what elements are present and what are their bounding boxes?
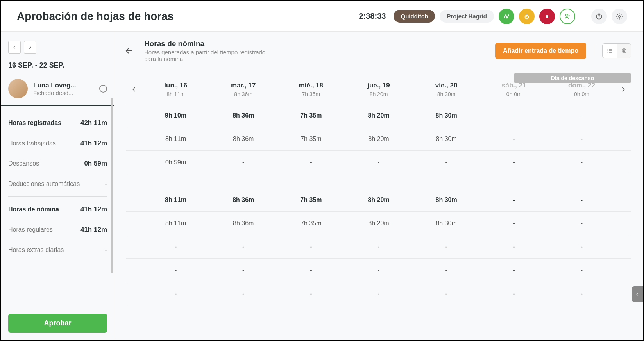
data-cell: -	[413, 159, 480, 166]
day-header: mié., 187h 35m	[277, 82, 345, 97]
summary-row: Deducciones automáticas-	[8, 174, 107, 194]
next-week-button[interactable]	[24, 41, 36, 54]
data-cell: -	[277, 267, 345, 274]
data-row: 0h 59m------	[126, 151, 631, 174]
settings-icon[interactable]	[612, 9, 627, 24]
prev-week-button[interactable]	[8, 41, 21, 54]
summary-label: Deducciones automáticas	[8, 180, 80, 187]
day-total: 8h 11m	[142, 91, 209, 97]
stop-icon[interactable]	[539, 9, 555, 24]
data-row: -------	[126, 259, 631, 282]
data-cell: -	[480, 136, 548, 143]
data-cell: 8h 36m	[209, 220, 277, 227]
day-total: 8h 30m	[413, 91, 480, 97]
data-cell: -	[277, 159, 345, 166]
data-cell: -	[548, 267, 615, 274]
svg-rect-1	[546, 15, 548, 18]
view-money-icon[interactable]	[617, 44, 631, 58]
day-header: vie., 208h 30m	[413, 82, 480, 97]
data-cell: 8h 20m	[345, 112, 412, 119]
summary-value: 0h 59m	[84, 160, 107, 168]
divider	[8, 196, 107, 197]
project-tag-2[interactable]: Project Hagrid	[440, 10, 494, 23]
user-card[interactable]: Luna Loveg... Fichado desd...	[1, 75, 114, 106]
scroll-right-icon[interactable]	[615, 86, 631, 93]
project-tag-1[interactable]: Quidditch	[394, 10, 435, 23]
summary-label: Horas de nómina	[8, 206, 59, 213]
data-cell: -	[480, 243, 548, 250]
data-row: -------	[126, 282, 631, 305]
user-status: Fichado desd...	[33, 89, 94, 96]
route-icon[interactable]	[499, 9, 514, 24]
data-cell: -	[548, 136, 615, 143]
help-icon[interactable]	[591, 9, 607, 24]
avatar	[8, 79, 28, 98]
section-title: Horas de nómina	[144, 39, 277, 48]
day-off-badge: Día de descanso	[514, 73, 631, 83]
data-cell: -	[548, 220, 615, 227]
data-cell: 8h 11m	[142, 196, 209, 204]
svg-point-4	[599, 18, 599, 18]
summary-row: Horas registradas42h 11m	[8, 113, 107, 133]
data-row: 9h 10m8h 36m7h 35m8h 20m8h 30m--	[126, 104, 631, 127]
expand-panel-icon[interactable]	[632, 286, 643, 302]
svg-point-2	[566, 14, 568, 16]
spacer	[126, 174, 631, 188]
back-arrow-icon[interactable]	[122, 44, 136, 58]
day-total: 8h 36m	[209, 91, 277, 97]
data-cell: 8h 36m	[209, 196, 277, 204]
day-name: vie., 20	[413, 82, 480, 89]
summary-row: Horas de nómina41h 12m	[8, 199, 107, 220]
data-cell: 0h 59m	[142, 159, 209, 166]
data-cell: -	[345, 159, 412, 166]
day-header: jue., 198h 20m	[345, 82, 412, 97]
add-time-entry-button[interactable]: Añadir entrada de tiempo	[495, 43, 586, 59]
data-cell: -	[413, 290, 480, 297]
summary-value: 41h 12m	[80, 139, 107, 147]
summary-label: Horas extras diarias	[8, 246, 64, 254]
data-cell: 7h 35m	[277, 136, 345, 143]
summary-row: Horas regulares41h 12m	[8, 220, 107, 240]
data-cell: 9h 10m	[142, 112, 209, 119]
day-total: 7h 35m	[277, 91, 345, 97]
scrollbar[interactable]	[111, 98, 113, 273]
day-header: sáb., 210h 0m	[480, 82, 548, 97]
data-cell: -	[209, 267, 277, 274]
day-name: lun., 16	[142, 82, 209, 89]
summary-row: Descansos0h 59m	[8, 154, 107, 174]
day-header: dom., 220h 0m	[548, 82, 615, 97]
summary-label: Horas trabajadas	[8, 140, 56, 147]
data-cell: -	[277, 290, 345, 297]
data-cell: 8h 30m	[413, 136, 480, 143]
user-select-radio[interactable]	[99, 85, 107, 93]
approve-button[interactable]: Aprobar	[8, 314, 107, 333]
data-row: 8h 11m8h 36m7h 35m8h 20m8h 30m--	[126, 212, 631, 235]
data-cell: 8h 20m	[345, 220, 412, 227]
data-cell: -	[345, 290, 412, 297]
data-cell: -	[480, 159, 548, 166]
data-cell: -	[548, 112, 615, 119]
data-cell: 8h 11m	[142, 220, 209, 227]
day-total: 8h 20m	[345, 91, 412, 97]
data-cell: -	[480, 290, 548, 297]
data-cell: -	[548, 290, 615, 297]
data-cell: 8h 20m	[345, 196, 412, 204]
data-cell: -	[413, 243, 480, 250]
data-cell: -	[480, 196, 548, 204]
day-name: mar., 17	[209, 82, 277, 89]
view-list-icon[interactable]	[603, 44, 617, 58]
timer: 2:38:33	[359, 12, 386, 21]
user-name: Luna Loveg...	[33, 82, 94, 89]
summary-value: 42h 11m	[80, 119, 107, 127]
data-cell: 8h 11m	[142, 136, 209, 143]
user-add-icon[interactable]	[560, 9, 575, 24]
data-cell: -	[480, 267, 548, 274]
section-subtitle: Horas generadas a partir del tiempo regi…	[144, 49, 277, 62]
summary-value: -	[105, 180, 107, 188]
summary-value: -	[105, 246, 107, 254]
data-cell: 7h 35m	[277, 112, 345, 119]
summary-label: Horas registradas	[8, 120, 61, 127]
data-cell: -	[209, 290, 277, 297]
scroll-left-icon[interactable]	[126, 86, 142, 93]
break-icon[interactable]	[519, 9, 535, 24]
